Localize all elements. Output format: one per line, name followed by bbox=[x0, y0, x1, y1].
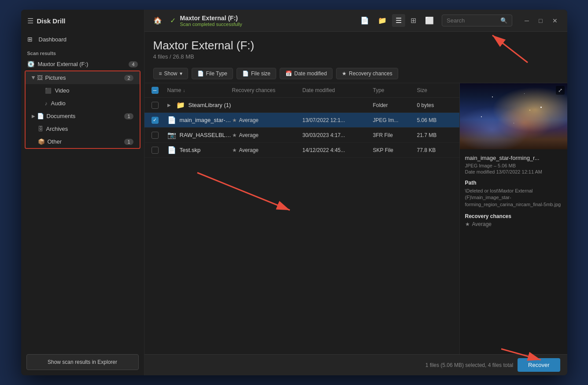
main-area: 🏠 ✓ Maxtor External (F:) Scan completed … bbox=[144, 10, 567, 375]
audio-icon: ♪ bbox=[45, 100, 48, 107]
search-box[interactable]: 🔍 bbox=[442, 15, 512, 26]
date-modified-filter-button[interactable]: 📅 Date modified bbox=[280, 68, 333, 79]
row2-checkbox[interactable]: ✓ bbox=[152, 117, 159, 124]
status-check-icon: ✓ bbox=[170, 16, 176, 25]
row3-name-cell: 📷 RAW_HASSELBLAD_CF... bbox=[167, 131, 232, 139]
star-3 bbox=[540, 107, 542, 108]
sidebar-item-pictures[interactable]: ▶ 🖼 Pictures 2 bbox=[26, 71, 140, 84]
row1-name-cell: ▶ 📁 SteamLibrary (1) bbox=[167, 101, 232, 109]
row3-checkbox[interactable] bbox=[152, 132, 159, 139]
close-button[interactable]: ✕ bbox=[548, 15, 562, 26]
row4-type: SKP File bbox=[373, 147, 417, 153]
status-bar: 1 files (5.06 MB) selected, 4 files tota… bbox=[144, 354, 567, 375]
recover-button[interactable]: Recover bbox=[518, 358, 560, 372]
row3-recovery-text: Average bbox=[239, 132, 259, 138]
view-preview-icon-btn[interactable]: ⬜ bbox=[422, 14, 437, 27]
raw-file-icon: 📷 bbox=[167, 131, 176, 139]
row3-star-icon: ★ bbox=[232, 132, 237, 138]
grid-icon: ⊞ bbox=[27, 36, 33, 43]
row1-size: 0 bytes bbox=[417, 102, 452, 108]
row2-size: 5.06 MB bbox=[417, 117, 452, 123]
row3-size: 21.7 MB bbox=[417, 132, 452, 138]
th-recovery-label: Recovery chances bbox=[232, 87, 276, 93]
page-header: Maxtor External (F:) 4 files / 26.8 MB bbox=[144, 32, 567, 64]
sidebar-item-dashboard[interactable]: ⊞ Dashboard bbox=[21, 32, 144, 46]
sidebar-item-other[interactable]: 📦 Other 1 bbox=[26, 135, 140, 148]
archives-icon: 🗄 bbox=[38, 126, 44, 132]
sidebar-item-drive[interactable]: 💽 Maxtor External (F:) 4 bbox=[21, 58, 144, 70]
file-size-icon: 📄 bbox=[242, 70, 249, 77]
view-list-icon-btn[interactable]: ☰ bbox=[392, 14, 405, 27]
show-scan-button[interactable]: Show scan results in Explorer bbox=[26, 354, 139, 370]
show-dropdown-icon: ▾ bbox=[180, 70, 182, 77]
maximize-button[interactable]: □ bbox=[534, 15, 547, 26]
hamburger-icon[interactable]: ☰ bbox=[27, 17, 33, 25]
chevron-pictures-icon: ▶ bbox=[31, 76, 36, 80]
th-recovery[interactable]: Recovery chances bbox=[232, 87, 303, 94]
filter-bar: ≡ Show ▾ 📄 File Type 📄 File size 📅 Date … bbox=[144, 64, 567, 83]
th-date[interactable]: Date modified bbox=[303, 87, 373, 94]
other-badge: 1 bbox=[124, 139, 133, 145]
select-all-checkbox[interactable]: ─ bbox=[152, 87, 159, 94]
date-modified-label: Date modified bbox=[294, 70, 327, 77]
toolbar-icons: 📄 📁 ☰ ⊞ ⬜ bbox=[357, 14, 437, 27]
show-filter-button[interactable]: ≡ Show ▾ bbox=[153, 68, 188, 79]
row2-name-cell: 📄 main_image_star-formi... bbox=[167, 116, 232, 124]
content-area: ─ Name ↓ Recovery chances Date modified bbox=[144, 83, 567, 354]
preview-recovery-value: Average bbox=[472, 221, 492, 227]
sidebar-item-archives[interactable]: 🗄 Archives bbox=[26, 122, 140, 135]
preview-image: ⤢ bbox=[460, 83, 567, 149]
table-header: ─ Name ↓ Recovery chances Date modified bbox=[144, 83, 459, 98]
row1-expand-icon[interactable]: ▶ bbox=[167, 103, 171, 107]
documents-label: Documents bbox=[47, 113, 76, 119]
table-row[interactable]: 📄 Test.skp ★ Average 14/12/2022 4:45... … bbox=[144, 143, 459, 158]
table-row[interactable]: ✓ 📄 main_image_star-formi... ★ Average 1… bbox=[144, 113, 459, 128]
sidebar-item-video[interactable]: ⬛ Video bbox=[26, 84, 140, 97]
video-icon: ⬛ bbox=[45, 88, 52, 94]
check-icon: ✓ bbox=[153, 117, 157, 123]
file-type-label: File Type bbox=[206, 70, 227, 77]
row1-filename: SteamLibrary (1) bbox=[189, 102, 231, 108]
file-size-filter-button[interactable]: 📄 File size bbox=[237, 68, 276, 79]
th-type[interactable]: Type bbox=[373, 87, 417, 94]
jpeg-file-icon: 📄 bbox=[167, 116, 176, 124]
page-subtitle: 4 files / 26.8 MB bbox=[153, 53, 558, 60]
th-size[interactable]: Size bbox=[417, 87, 452, 94]
sidebar-item-audio[interactable]: ♪ Audio bbox=[26, 97, 140, 110]
sidebar-footer: Show scan results in Explorer bbox=[21, 349, 144, 375]
pictures-badge: 2 bbox=[124, 75, 133, 81]
documents-icon: 📄 bbox=[37, 113, 44, 119]
drive-badge: 4 bbox=[129, 61, 137, 67]
file-table: ─ Name ↓ Recovery chances Date modified bbox=[144, 83, 459, 354]
indeterminate-mark: ─ bbox=[153, 88, 157, 93]
preview-date: Date modified 13/07/2022 12:11 AM bbox=[465, 169, 562, 174]
search-icon: 🔍 bbox=[500, 17, 507, 24]
file-type-filter-button[interactable]: 📄 File Type bbox=[192, 68, 233, 79]
date-value: 13/07/2022 12:11 AM bbox=[496, 169, 542, 174]
th-size-label: Size bbox=[417, 87, 427, 93]
star-4 bbox=[481, 116, 482, 117]
minimize-button[interactable]: ─ bbox=[520, 15, 533, 26]
table-row[interactable]: ▶ 📁 SteamLibrary (1) Folder 0 bytes bbox=[144, 98, 459, 113]
titlebar-scan-status: Scan completed successfully bbox=[180, 22, 353, 27]
home-button[interactable]: 🏠 bbox=[150, 15, 166, 26]
table-row[interactable]: 📷 RAW_HASSELBLAD_CF... ★ Average 30/03/2… bbox=[144, 128, 459, 143]
view-folder-icon-btn[interactable]: 📁 bbox=[374, 14, 390, 27]
scan-results-label: Scan results bbox=[21, 46, 144, 58]
other-label: Other bbox=[48, 138, 62, 145]
row4-recovery-text: Average bbox=[239, 147, 259, 153]
window-controls: ─ □ ✕ bbox=[520, 15, 562, 26]
chevron-documents-icon: ▶ bbox=[32, 114, 35, 118]
view-grid-icon-btn[interactable]: ⊞ bbox=[407, 14, 420, 27]
recovery-chances-filter-button[interactable]: ★ Recovery chances bbox=[336, 68, 398, 79]
titlebar-drive-name: Maxtor External (F:) bbox=[180, 15, 353, 22]
show-filter-icon: ≡ bbox=[159, 70, 162, 77]
sidebar-item-documents[interactable]: ▶ 📄 Documents 1 bbox=[26, 110, 140, 122]
row1-checkbox[interactable] bbox=[152, 102, 159, 109]
view-file-icon-btn[interactable]: 📄 bbox=[357, 14, 373, 27]
th-name[interactable]: Name ↓ bbox=[167, 87, 232, 94]
preview-details: main_image_star-forming_r... JPEG Image … bbox=[460, 149, 567, 354]
row4-checkbox[interactable] bbox=[152, 147, 159, 154]
preview-open-button[interactable]: ⤢ bbox=[556, 86, 565, 95]
search-input[interactable] bbox=[447, 17, 498, 24]
